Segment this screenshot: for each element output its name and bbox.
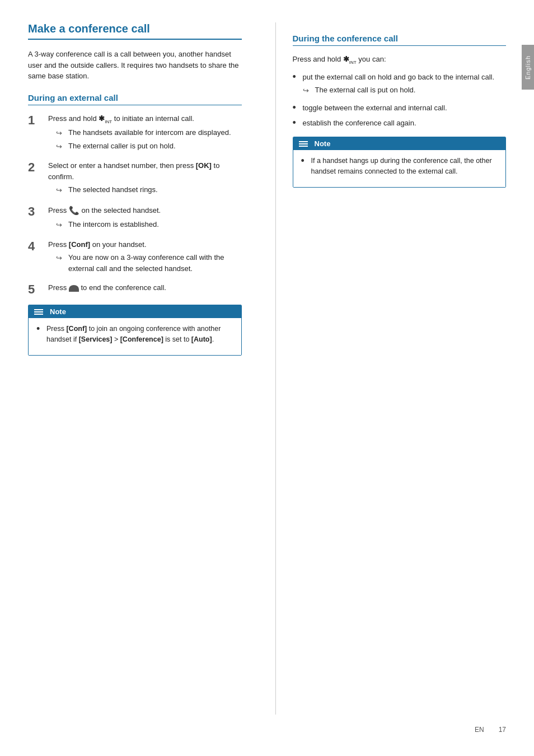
step-1-text: Press and hold ✱INT to initiate an inter… [48, 113, 242, 125]
step-4-arrow-1-text: You are now on a 3-way conference call w… [68, 252, 242, 274]
star-int-symbol-right: ✱INT [343, 55, 357, 63]
arrow-symbol: ↪ [56, 252, 68, 264]
during-conference-title: During the conference call [293, 34, 507, 46]
during-external-call-title: During an external call [28, 93, 242, 105]
step-1: 1 Press and hold ✱INT to initiate an int… [28, 113, 242, 154]
arrow-symbol: ↪ [56, 127, 68, 139]
arrow-symbol: ↪ [56, 141, 68, 152]
footer-page-number: 17 [499, 726, 506, 734]
left-note-label: Note [50, 307, 66, 316]
step-1-arrow-1: ↪ The handsets available for intercom ar… [56, 127, 242, 139]
step-2-arrow-1: ↪ The selected handset rings. [56, 184, 242, 196]
sidebar-english-label: English [522, 45, 534, 90]
step-4-number: 4 [28, 239, 48, 254]
right-note-text-1: If a handset hangs up during the confere… [311, 156, 498, 177]
conf-label-note: [Conf] [66, 325, 87, 333]
step-3-content: Press 📞 on the selected handset. ↪ The i… [48, 204, 242, 232]
step-5: 5 Press to end the conference call. [28, 282, 242, 297]
arrow-symbol: ↪ [56, 219, 68, 231]
right-note-body: • If a handset hangs up during the confe… [293, 150, 506, 187]
ok-label: [OK] [196, 161, 212, 170]
step-1-arrow-1-text: The handsets available for intercom are … [68, 127, 231, 138]
right-bullet-3: • establish the conference call again. [293, 118, 507, 129]
step-5-number: 5 [28, 282, 48, 297]
right-bullet-3-content: establish the conference call again. [303, 118, 507, 129]
arrow-symbol: ↪ [56, 184, 68, 196]
bullet-dot: • [293, 118, 303, 129]
phone-icon: 📞 [69, 204, 79, 217]
right-bullet-2-content: toggle between the external and internal… [303, 102, 507, 114]
step-2-text: Select or enter a handset number, then p… [48, 160, 242, 182]
step-3: 3 Press 📞 on the selected handset. ↪ The… [28, 204, 242, 232]
right-bullet-list: • put the external call on hold and go b… [293, 72, 507, 129]
right-note-label: Note [315, 139, 331, 148]
auto-label: [Auto] [191, 335, 212, 343]
footer-lang: EN [475, 726, 484, 734]
note-icon [34, 309, 43, 315]
bullet-dot: • [293, 72, 303, 83]
page-container: Make a conference call A 3-way conferenc… [0, 0, 534, 756]
step-2: 2 Select or enter a handset number, then… [28, 160, 242, 198]
step-1-arrow-2: ↪ The external caller is put on hold. [56, 141, 242, 152]
left-note-list: • Press [Conf] to join an ongoing confer… [36, 324, 233, 345]
step-3-number: 3 [28, 204, 48, 219]
right-column: During the conference call Press and hol… [275, 22, 507, 715]
page-footer: EN 17 [28, 715, 506, 734]
right-note-header: Note [293, 137, 506, 150]
step-5-content: Press to end the conference call. [48, 282, 242, 296]
end-call-icon [69, 285, 79, 292]
right-note-box: Note • If a handset hangs up during the … [293, 137, 507, 188]
right-arrow-1-text: The external call is put on hold. [315, 85, 416, 96]
step-2-number: 2 [28, 160, 48, 175]
right-bullet-1: • put the external call on hold and go b… [293, 72, 507, 98]
step-4-content: Press [Conf] on your handset. ↪ You are … [48, 239, 242, 276]
conference-label: [Conference] [120, 335, 163, 343]
left-note-header: Note [29, 305, 241, 318]
step-1-arrow-2-text: The external caller is put on hold. [68, 141, 176, 152]
two-column-layout: Make a conference call A 3-way conferenc… [28, 22, 506, 715]
arrow-symbol: ↪ [303, 85, 315, 96]
right-note-item-1: • If a handset hangs up during the confe… [301, 156, 498, 177]
left-note-box: Note • Press [Conf] to join an ongoing c… [28, 305, 242, 356]
step-4: 4 Press [Conf] on your handset. ↪ You ar… [28, 239, 242, 276]
step-1-content: Press and hold ✱INT to initiate an inter… [48, 113, 242, 154]
note-icon [299, 141, 308, 147]
left-column: Make a conference call A 3-way conferenc… [28, 22, 253, 715]
left-note-text-1: Press [Conf] to join an ongoing conferen… [46, 324, 233, 345]
step-1-number: 1 [28, 113, 48, 128]
star-int-symbol-1: ✱INT [99, 114, 112, 123]
right-note-list: • If a handset hangs up during the confe… [301, 156, 498, 177]
bullet-dot: • [36, 324, 46, 335]
step-2-content: Select or enter a handset number, then p… [48, 160, 242, 198]
conf-label: [Conf] [69, 240, 90, 249]
main-title: Make a conference call [28, 22, 242, 40]
right-intro: Press and hold ✱INT you can: [293, 54, 507, 66]
right-bullet-1-content: put the external call on hold and go bac… [303, 72, 507, 98]
step-5-text: Press to end the conference call. [48, 282, 242, 293]
bullet-dot: • [301, 156, 311, 167]
step-3-arrow-1: ↪ The intercom is established. [56, 219, 242, 231]
step-2-arrow-1-text: The selected handset rings. [68, 184, 158, 195]
left-note-body: • Press [Conf] to join an ongoing confer… [29, 318, 241, 355]
bullet-dot: • [293, 102, 303, 114]
step-3-text: Press 📞 on the selected handset. [48, 204, 242, 217]
right-arrow-1: ↪ The external call is put on hold. [303, 85, 507, 96]
step-4-text: Press [Conf] on your handset. [48, 239, 242, 250]
right-bullet-2: • toggle between the external and intern… [293, 102, 507, 114]
step-4-arrow-1: ↪ You are now on a 3-way conference call… [56, 252, 242, 274]
services-label: [Services] [79, 335, 113, 343]
intro-text: A 3-way conference call is a call betwee… [28, 49, 242, 82]
step-3-arrow-1-text: The intercom is established. [68, 219, 159, 230]
left-note-item-1: • Press [Conf] to join an ongoing confer… [36, 324, 233, 345]
